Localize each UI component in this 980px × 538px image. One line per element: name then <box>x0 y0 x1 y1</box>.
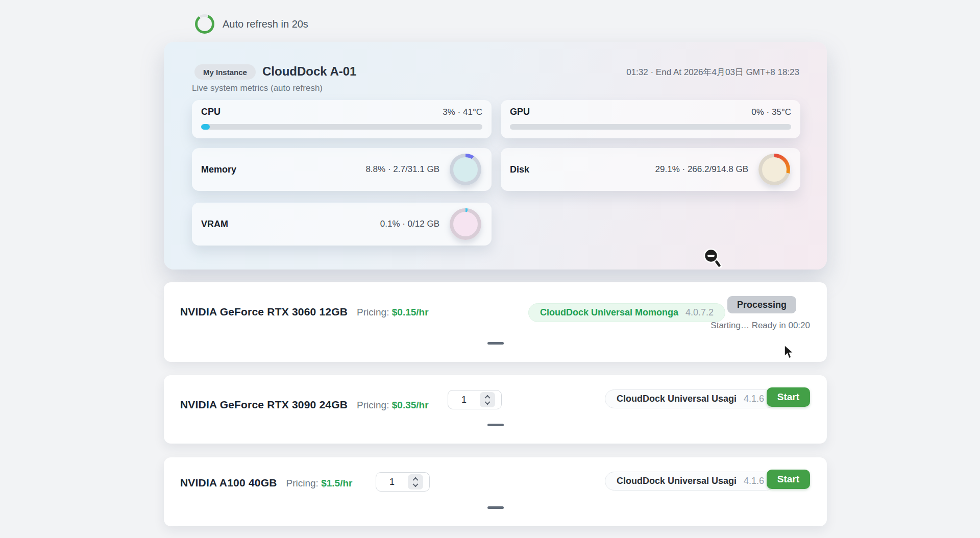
stepper-down-icon[interactable] <box>484 399 490 404</box>
pricing-label: Pricing: $0.35/hr <box>357 400 428 411</box>
stepper-down-icon[interactable] <box>412 481 418 486</box>
my-instance-badge: My Instance <box>194 64 256 80</box>
starting-status-text: Starting… Ready in 00:20 <box>710 321 810 331</box>
cpu-usage-bar <box>201 124 482 130</box>
gpu-usage-bar <box>510 124 791 130</box>
gpu-price: $0.35/hr <box>392 400 429 410</box>
cpu-usage-bar-fill <box>201 124 210 130</box>
pricing-label: Pricing: $1.5/hr <box>286 478 353 489</box>
auto-refresh: Auto refresh in 20s <box>195 14 308 34</box>
pricing-label: Pricing: $0.15/hr <box>357 307 428 318</box>
gpu-offer-card-a100: NVIDIA A100 40GB Pricing: $1.5/hr CloudD… <box>164 457 827 526</box>
zoom-out-cursor-icon <box>702 247 725 272</box>
gpu-name: NVIDIA GeForce RTX 3090 24GB <box>180 399 348 411</box>
image-name: CloudDock Universal Momonga <box>540 307 678 318</box>
metric-label: CPU <box>201 107 220 117</box>
gpu-price: $0.15/hr <box>392 307 429 317</box>
card-expand-handle[interactable] <box>487 424 504 426</box>
memory-usage-donut <box>450 154 481 185</box>
image-version: 4.0.7.2 <box>685 307 714 318</box>
metric-card-disk: Disk 29.1% · 266.2/914.8 GB <box>501 148 800 191</box>
instance-title: CloudDock A-01 <box>262 64 356 79</box>
quantity-input[interactable] <box>448 390 480 409</box>
instance-end-time: 01:32 · End At 2026年4月03日 GMT+8 18:23 <box>626 66 799 78</box>
card-expand-handle[interactable] <box>487 506 504 509</box>
metric-card-cpu: CPU 3% · 41°C <box>192 100 492 138</box>
gpu-name: NVIDIA GeForce RTX 3060 12GB <box>180 306 348 318</box>
start-button[interactable]: Start <box>767 470 810 489</box>
gpu-offer-card-rtx3060: NVIDIA GeForce RTX 3060 12GB Pricing: $0… <box>164 282 827 362</box>
metric-card-gpu: GPU 0% · 35°C <box>501 100 800 138</box>
stepper-buttons[interactable] <box>480 392 495 407</box>
quantity-stepper[interactable] <box>448 390 502 409</box>
instance-card: My Instance CloudDock A-01 01:32 · End A… <box>164 42 827 270</box>
metric-label: Disk <box>510 164 529 175</box>
stepper-buttons[interactable] <box>408 474 423 490</box>
gpu-offer-card-rtx3090: NVIDIA GeForce RTX 3090 24GB Pricing: $0… <box>164 375 827 444</box>
gpu-price: $1.5/hr <box>321 478 352 488</box>
metric-value: 0% · 35°C <box>751 107 791 117</box>
image-badge: CloudDock Universal Momonga 4.0.7.2 <box>528 303 725 322</box>
metric-label: VRAM <box>201 219 228 230</box>
metric-label: GPU <box>510 107 530 117</box>
gpu-name: NVIDIA A100 40GB <box>180 477 277 489</box>
start-button[interactable]: Start <box>767 387 810 407</box>
refresh-progress-ring-icon <box>195 14 214 34</box>
vram-usage-donut <box>450 208 481 240</box>
auto-refresh-label: Auto refresh in 20s <box>223 18 308 30</box>
quantity-input[interactable] <box>376 473 408 491</box>
image-version: 4.1.6 <box>744 394 764 404</box>
page: Auto refresh in 20s My Instance CloudDoc… <box>0 0 980 538</box>
card-expand-handle[interactable] <box>487 342 504 345</box>
image-version: 4.1.6 <box>744 476 764 486</box>
image-badge: CloudDock Universal Usagi 4.1.6 <box>605 472 776 491</box>
disk-usage-donut <box>758 154 790 185</box>
metric-value: 0.1% · 0/12 GB <box>380 219 439 229</box>
metric-card-vram: VRAM 0.1% · 0/12 GB <box>192 203 492 246</box>
image-name: CloudDock Universal Usagi <box>617 476 737 486</box>
image-badge: CloudDock Universal Usagi 4.1.6 <box>605 389 776 408</box>
quantity-stepper[interactable] <box>376 472 430 492</box>
metric-value: 29.1% · 266.2/914.8 GB <box>655 164 748 175</box>
image-name: CloudDock Universal Usagi <box>617 394 737 404</box>
metric-card-memory: Memory 8.8% · 2.7/31.1 GB <box>192 148 492 191</box>
metric-label: Memory <box>201 164 236 175</box>
instance-subtitle: Live system metrics (auto refresh) <box>192 83 323 93</box>
metric-value: 3% · 41°C <box>443 107 482 117</box>
metric-value: 8.8% · 2.7/31.1 GB <box>365 164 439 175</box>
mouse-cursor-icon <box>783 345 797 360</box>
processing-button[interactable]: Processing <box>727 296 796 313</box>
